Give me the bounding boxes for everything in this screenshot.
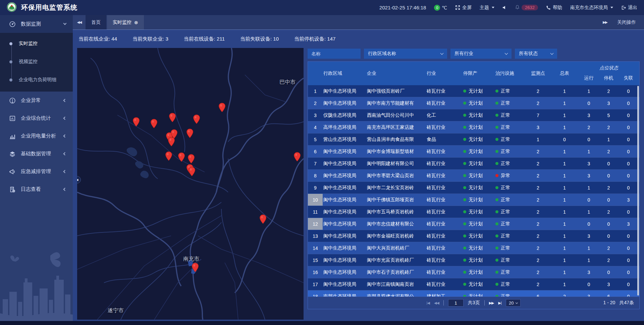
cell-meters: 1 [550,146,579,157]
row-number: 2 [308,97,323,109]
user-menu[interactable]: 南充市生态环境局 [570,5,613,11]
map-pin-icon[interactable] [193,114,200,124]
industry-filter-select[interactable]: 所有行业 [450,49,512,59]
table-row[interactable]: 9 阆中生态环境局 阆中市二龙长宝页岩砖 砖瓦行业 无计划 正常 2 1 1 2… [308,182,639,194]
status-dot-icon [463,283,466,286]
map-pin-icon[interactable] [150,119,158,128]
map-pin-icon[interactable] [188,167,196,176]
table-row[interactable]: 17 阆中生态环境局 阆中市江南镇阆南页岩 砖瓦行业 无计划 正常 2 1 0 … [308,278,639,290]
map-pin-icon[interactable] [169,113,176,122]
table-row[interactable]: 16 阆中生态环境局 阆中市石子页岩机砖厂 砖瓦行业 无计划 正常 2 1 3 … [308,266,639,278]
table-row[interactable]: 7 阆中生态环境局 阆中明阳建材有限公司 砖瓦行业 无计划 正常 2 1 3 0… [308,158,639,170]
cell-meters: 1 [550,85,579,97]
map-pin-icon[interactable] [187,154,195,164]
table-row[interactable]: 2 阆中生态环境局 阆中市南方节能建材有 砖瓦行业 无计划 正常 2 1 0 3… [308,97,639,109]
col-halt: 停限产 [462,62,494,85]
cell-facility-status: 正常 [494,85,526,97]
tabs-scroll-left-button[interactable]: ◀◀ [73,15,86,30]
table-row[interactable]: 1 阆中生态环境局 阆中强锐页岩砖厂 砖瓦行业 无计划 正常 2 1 1 2 0 [308,85,639,97]
table-row[interactable]: 12 阆中生态环境局 阆中市忠信建材有限公 砖瓦行业 无计划 正常 2 1 0 … [308,218,639,230]
speaker-mute-button[interactable] [502,5,507,10]
sidebar-item[interactable]: 企业用电量分析 [0,127,73,145]
help-button[interactable]: 帮助 [546,5,562,11]
prev-page-button[interactable]: ◀◀ [434,301,439,305]
table-row[interactable]: 8 阆中生态环境局 阆中市枣碧大梁山页岩 砖瓦行业 无计划 异常 2 1 3 0… [308,170,639,182]
cell-facility-status: 正常 [494,121,526,133]
table-row[interactable]: 6 阆中生态环境局 阆中市金博瑞新型墙材 砖瓦行业 无计划 正常 2 1 1 2… [308,146,639,158]
map-panel[interactable]: 巴中市南充市遂宁市 ◀ [77,48,304,320]
next-page-button[interactable]: ▶▶ [489,301,494,305]
logout-button[interactable]: 退出 [621,5,637,11]
table-scrollbar[interactable] [637,86,639,295]
table-row[interactable]: 4 高坪生态环境局 南充市高坪区王家店建 砖瓦行业 无计划 正常 3 1 2 2… [308,121,639,133]
first-page-button[interactable]: |◀ [427,301,430,305]
table-row[interactable]: 14 阆中生态环境局 阆中大兴页岩机砖厂 砖瓦行业 无计划 正常 2 1 1 2… [308,242,639,254]
cell-running: 3 [579,230,599,242]
map-pin-icon[interactable] [168,137,175,147]
cell-meters: 1 [550,158,579,169]
sidebar-subitem[interactable]: 企业电力负荷明细 [0,71,73,89]
map-pin-icon[interactable] [165,151,172,161]
table-row[interactable]: 3 仪陇生态环境局 西南油气田分公司川中 化工 无计划 正常 7 1 3 5 0 [308,109,639,121]
cell-meters: 1 [550,230,579,242]
sidebar-item[interactable]: 基础数据管理 [0,145,73,163]
sidebar-item[interactable]: 数据监测 [0,15,73,33]
tab-item[interactable]: 实时监控 ⊗ [107,15,144,30]
name-filter-input[interactable] [308,49,361,59]
close-operations-button[interactable]: 关闭操作 [617,19,636,25]
table-row[interactable]: 10 阆中生态环境局 阆中千佛镇五郎垭页岩 砖瓦行业 无计划 正常 2 1 0 … [308,194,639,206]
region-filter-select[interactable]: 行政区域名称 [364,49,447,59]
stat-value: 44 [111,36,117,42]
map-pin-icon[interactable] [293,152,301,162]
table-row[interactable]: 5 营山生态环境局 营山县润丰肉食品有限 食品 无计划 正常 1 0 0 1 0 [308,133,639,146]
cell-enterprise: 南充市高坪区王家店建 [367,121,427,133]
cell-stopped: 2 [599,182,619,194]
col-facility: 治污设施 [494,62,526,85]
table-row[interactable]: 13 阆中生态环境局 阆中市金福旺页岩机砖 砖瓦行业 无计划 正常 2 1 3 … [308,230,639,242]
table-body: 1 阆中生态环境局 阆中强锐页岩砖厂 砖瓦行业 无计划 正常 2 1 1 2 0… [308,85,639,309]
map-pin-icon[interactable] [259,214,267,224]
table-row[interactable]: 15 阆中生态环境局 阆中市光富页岩机砖厂 砖瓦行业 无计划 正常 2 1 1 … [308,254,639,266]
map-pin-icon[interactable] [218,103,226,112]
notification-bell[interactable]: 2632 [515,5,538,11]
fullscreen-button[interactable]: 全屏 [455,5,472,11]
status-dot-icon [495,210,498,213]
cell-halt-status: 无计划 [462,146,494,157]
sidebar-subitem[interactable]: 视频监控 [0,53,73,71]
tabs-scroll-right-button[interactable]: ▶▶ [603,20,607,24]
cell-running: 1 [579,146,599,157]
chevron-left-icon [63,117,67,120]
map-city-label: 巴中市 [279,79,296,86]
cell-region: 高坪生态环境局 [323,121,367,133]
map-city-label: 遂宁市 [108,307,124,314]
chevron-down-icon [610,7,613,8]
cell-region: 阆中生态环境局 [323,242,367,254]
sidebar-subitem-label: 视频监控 [19,59,38,65]
tab-close-icon[interactable]: ⊗ [134,20,138,25]
page-number-input[interactable] [448,299,464,307]
cell-halt-status: 无计划 [462,278,494,290]
map-pin-icon[interactable] [192,263,199,272]
sidebar-item[interactable]: 企业异常 [0,92,73,109]
tab-item[interactable]: 首页 [86,15,106,30]
table-row[interactable]: 11 阆中生态环境局 阆中市五马桥页岩机砖 砖瓦行业 无计划 正常 2 1 1 … [308,206,639,218]
cell-meters: 1 [550,218,579,230]
cell-enterprise: 西南油气田分公司川中 [367,109,427,121]
cell-industry: 砖瓦行业 [427,146,462,157]
map-pin-icon[interactable] [178,152,185,162]
page-size-select[interactable]: 20 [506,299,521,307]
sidebar-item[interactable]: 企业综合统计 [0,109,73,127]
cell-meters: 1 [550,182,579,194]
status-filter-select[interactable]: 所有状态 [515,49,557,59]
map-pin-icon[interactable] [132,117,140,127]
theme-dropdown[interactable]: 主题 [480,5,494,11]
cell-facility-status: 正常 [494,218,526,230]
cell-stopped: 3 [599,278,619,290]
sidebar-item[interactable]: 日志查看 [0,180,73,198]
status-dot-icon [495,259,498,262]
sidebar-subitem[interactable]: 实时监控 [0,35,73,53]
last-page-button[interactable]: ▶| [498,301,501,305]
cell-halt-status: 无计划 [462,182,494,194]
sidebar-item[interactable]: 应急减排管理 [0,163,73,180]
map-pin-icon[interactable] [186,128,194,138]
